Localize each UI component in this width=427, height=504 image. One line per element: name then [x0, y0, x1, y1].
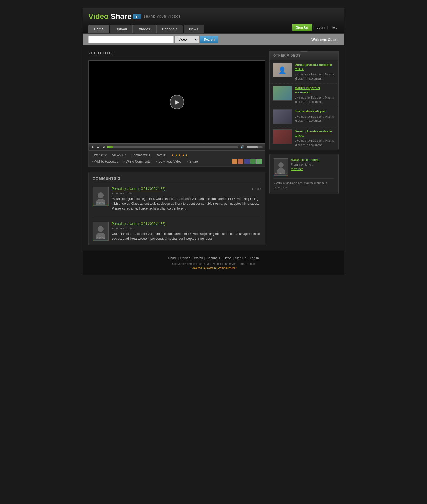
- footer-link-upload[interactable]: Upload: [180, 256, 191, 260]
- other-video-thumb-2: [273, 86, 292, 101]
- write-comments-link[interactable]: White Comments: [124, 160, 151, 163]
- comment-text-2: Cras blandit urna id ante. Aliquam tinci…: [112, 231, 261, 241]
- footer-copyright: Copyright © 2009 Video share. All rights…: [88, 262, 339, 265]
- progress-bar[interactable]: [107, 146, 238, 148]
- comments-section: COMMENTS(2) NO PHOTO Posted by : Name (1…: [88, 172, 265, 245]
- video-actions: Add To Favorites White Comments Download…: [92, 159, 262, 164]
- profile-from: From: non tortor.: [291, 163, 334, 166]
- main-content: VIDEO TITLE ▶ ■ ◀ 🔊: [83, 45, 344, 251]
- comment-body-1: Posted by : Name (13.01.2009 21:37) repl…: [112, 187, 261, 211]
- comment-author-1[interactable]: Posted by : Name (13.01.2009 21:37): [112, 187, 165, 191]
- add-favorites-link[interactable]: Add To Favorites: [92, 160, 118, 163]
- nav-tab-upload[interactable]: Upload: [110, 25, 133, 33]
- other-video-item-1[interactable]: Donec pharetra molestie tellus. Vivamus …: [270, 60, 338, 84]
- other-video-thumb-4: [273, 129, 292, 144]
- volume-icon[interactable]: 🔊: [240, 145, 245, 149]
- help-link[interactable]: Help: [329, 26, 339, 29]
- comment-body-2: Posted by : Name (13.01.2009 21:37) From…: [112, 222, 261, 241]
- footer: Home | Upload | Watch | Channels | News …: [83, 251, 344, 275]
- search-button[interactable]: Search: [200, 36, 218, 43]
- other-video-info-4: Donec pharetra molestie tellus. Vivamus …: [295, 129, 335, 147]
- powered-by-link[interactable]: www.buytemplates.net: [207, 266, 236, 270]
- footer-link-watch[interactable]: Watch: [194, 256, 203, 260]
- footer-link-home[interactable]: Home: [168, 256, 177, 260]
- profile-name[interactable]: Name (13.01.2009 ): [291, 158, 334, 162]
- other-video-item-4[interactable]: Donec pharetra molestie tellus. Vivamus …: [270, 127, 338, 150]
- logo-icon: [133, 14, 141, 19]
- share-icon-1[interactable]: [232, 159, 237, 164]
- comment-item-1: NO PHOTO Posted by : Name (13.01.2009 21…: [93, 187, 261, 216]
- nav-tab-channels[interactable]: Channels: [156, 25, 183, 33]
- comment-avatar-1: NO PHOTO: [93, 187, 109, 206]
- comment-header-1: Posted by : Name (13.01.2009 21:37) repl…: [112, 187, 261, 191]
- left-column: VIDEO TITLE ▶ ■ ◀ 🔊: [88, 51, 265, 245]
- footer-powered: Powered By www.buytemplates.net: [88, 266, 339, 270]
- nav-tab-news[interactable]: News: [184, 25, 204, 33]
- no-photo-label-1: NO PHOTO: [96, 199, 105, 204]
- star-rating[interactable]: ★★★★★: [171, 153, 188, 157]
- other-video-thumb-3: [273, 109, 292, 124]
- rate-label: Rate it:: [156, 153, 166, 157]
- footer-link-channels[interactable]: Channels: [206, 256, 220, 260]
- video-meta: Time: 4:22 Views: 67 Comments: 1 Rate it…: [88, 151, 265, 167]
- search-select[interactable]: Video Users Channels: [175, 36, 199, 43]
- other-video-thumb-1: [273, 63, 292, 77]
- comment-reply-1[interactable]: reply: [252, 187, 261, 191]
- other-video-title-4[interactable]: Donec pharetra molestie tellus.: [295, 129, 335, 138]
- other-video-title-2[interactable]: Mauris imperdiet accumsan: [295, 86, 335, 94]
- other-videos-box: OTHER VIDEOS Donec pharetra molestie tel…: [269, 51, 339, 150]
- other-video-desc-4: Vivamus facilisis diam. Mauris id quam i…: [295, 139, 335, 147]
- comment-item-2: NO PHOTO Posted by : Name (13.01.2009 21…: [93, 222, 261, 241]
- volume-bar[interactable]: [247, 146, 263, 148]
- progress-fill: [107, 146, 113, 148]
- login-link[interactable]: Login: [315, 26, 326, 29]
- comment-header-2: Posted by : Name (13.01.2009 21:37): [112, 222, 261, 226]
- other-video-desc-1: Vivamus facilisis diam. Mauris id quam i…: [295, 72, 335, 81]
- other-video-title-1[interactable]: Donec pharetra molestie tellus.: [295, 63, 335, 71]
- volume-fill: [247, 146, 258, 148]
- other-video-info-3: Suspendisse aliquet. Vivamus facilisis d…: [295, 109, 335, 124]
- footer-link-signup[interactable]: Sign Up: [235, 256, 246, 260]
- other-video-title-3[interactable]: Suspendisse aliquet.: [295, 109, 335, 114]
- signup-button[interactable]: Sign Up: [292, 24, 312, 31]
- video-player: ▶ ■ ◀ 🔊: [88, 60, 265, 151]
- profile-avatar: NO PHOTO: [274, 158, 288, 176]
- other-video-info-1: Donec pharetra molestie tellus. Vivamus …: [295, 63, 335, 81]
- stop-control-icon[interactable]: ■: [96, 145, 100, 149]
- nav-bar: Home Upload Videos Channels News Sign Up…: [88, 24, 339, 33]
- auth-buttons: Sign Up | Login | Help: [292, 24, 339, 33]
- share-icon-5[interactable]: [256, 159, 262, 164]
- share-link[interactable]: Share: [187, 160, 198, 163]
- nav-tab-videos[interactable]: Videos: [133, 25, 156, 33]
- share-icons: [232, 159, 262, 164]
- profile-more-info-link[interactable]: more info: [291, 167, 334, 171]
- profile-box: NO PHOTO Name (13.01.2009 ) From: non to…: [269, 154, 339, 194]
- video-screen[interactable]: [89, 61, 265, 143]
- other-video-item-2[interactable]: Mauris imperdiet accumsan Vivamus facili…: [270, 84, 338, 107]
- nav-tabs: Home Upload Videos Channels News: [88, 25, 204, 33]
- comment-author-2[interactable]: Posted by : Name (13.01.2009 21:37): [112, 222, 165, 226]
- footer-link-news[interactable]: News: [223, 256, 231, 260]
- profile-info: Name (13.01.2009 ) From: non tortor. mor…: [291, 158, 334, 176]
- other-video-desc-2: Vivamus facilisis diam. Mauris id quam i…: [295, 96, 335, 104]
- profile-no-photo: NO PHOTO: [275, 172, 287, 175]
- comment-avatar-2: NO PHOTO: [93, 222, 109, 241]
- video-title: VIDEO TITLE: [88, 51, 265, 57]
- prev-control-icon[interactable]: ◀: [101, 145, 105, 149]
- video-views: Views: 67: [112, 153, 126, 157]
- no-photo-label-2: NO PHOTO: [96, 234, 105, 239]
- footer-link-login[interactable]: Log In: [250, 256, 259, 260]
- search-input[interactable]: [88, 36, 174, 43]
- video-time: Time: 4:22: [92, 153, 107, 157]
- download-video-link[interactable]: Download Video: [156, 160, 182, 163]
- other-video-item-3[interactable]: Suspendisse aliquet. Vivamus facilisis d…: [270, 107, 338, 127]
- play-button[interactable]: [170, 95, 184, 109]
- share-icon-4[interactable]: [250, 159, 256, 164]
- share-icon-2[interactable]: [238, 159, 243, 164]
- play-control-icon[interactable]: ▶: [91, 145, 95, 149]
- other-video-info-2: Mauris imperdiet accumsan Vivamus facili…: [295, 86, 335, 104]
- nav-tab-home[interactable]: Home: [88, 25, 109, 33]
- comment-from-2: From: non tortor.: [112, 227, 261, 230]
- share-icon-3[interactable]: [244, 159, 250, 164]
- comment-from-1: From: non tortor.: [112, 192, 261, 195]
